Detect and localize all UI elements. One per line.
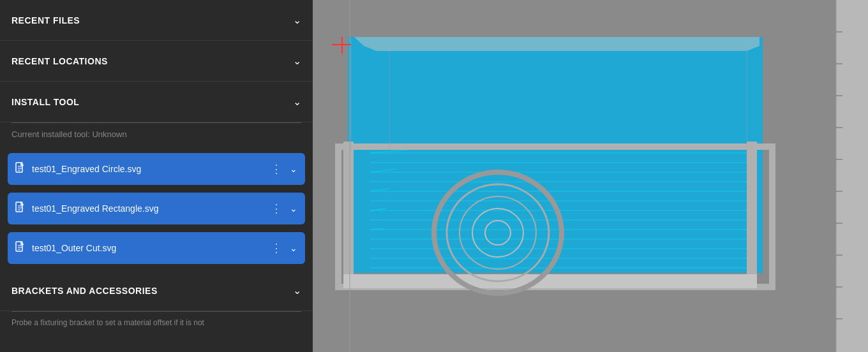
install-tool-header[interactable]: INSTALL TOOL ⌄ (0, 82, 313, 122)
file-icon-1 (15, 202, 26, 216)
file-name-2: test01_Outer Cut.svg (32, 243, 271, 253)
install-tool-label: INSTALL TOOL (11, 97, 79, 107)
svg-rect-4 (348, 37, 763, 273)
file-chevron-icon-0[interactable]: ⌄ (290, 164, 297, 174)
svg-rect-27 (343, 274, 757, 288)
file-item-0[interactable]: test01_Engraved Circle.svg ⋮ ⌄ (8, 153, 305, 185)
svg-rect-40 (836, 0, 868, 352)
recent-locations-header[interactable]: RECENT LOCATIONS ⌄ (0, 41, 313, 82)
file-icon-2 (15, 241, 26, 255)
file-menu-icon-0[interactable]: ⋮ (271, 163, 282, 175)
recent-locations-chevron-icon: ⌄ (293, 55, 301, 67)
brackets-section: BRACKETS AND ACCESSORIES ⌄ Probe a fixtu… (0, 270, 313, 335)
viewport-svg (313, 0, 868, 352)
installed-tool-text: Current installed tool: Unknown (0, 123, 313, 149)
file-actions-2: ⋮ ⌄ (271, 242, 297, 254)
brackets-description: Probe a fixturing bracket to set a mater… (0, 312, 313, 335)
file-chevron-icon-2[interactable]: ⌄ (290, 243, 297, 253)
file-actions-1: ⋮ ⌄ (271, 203, 297, 214)
svg-rect-25 (343, 142, 354, 282)
file-name-1: test01_Engraved Rectangle.svg (32, 203, 271, 214)
recent-files-label: RECENT FILES (11, 15, 80, 26)
file-item-2[interactable]: test01_Outer Cut.svg ⋮ ⌄ (8, 232, 305, 264)
sidebar: RECENT FILES ⌄ RECENT LOCATIONS ⌄ INSTAL… (0, 0, 313, 352)
recent-locations-label: RECENT LOCATIONS (11, 56, 108, 66)
file-item-1[interactable]: test01_Engraved Rectangle.svg ⋮ ⌄ (8, 193, 305, 224)
main-viewport[interactable] (313, 0, 868, 352)
recent-files-chevron-icon: ⌄ (293, 14, 301, 26)
file-menu-icon-2[interactable]: ⋮ (271, 242, 282, 254)
svg-marker-39 (354, 37, 760, 51)
brackets-header[interactable]: BRACKETS AND ACCESSORIES ⌄ (0, 270, 313, 311)
file-chevron-icon-1[interactable]: ⌄ (290, 203, 297, 214)
install-tool-chevron-icon: ⌄ (293, 96, 301, 108)
file-menu-icon-1[interactable]: ⋮ (271, 203, 282, 214)
file-name-0: test01_Engraved Circle.svg (32, 164, 271, 174)
recent-files-header[interactable]: RECENT FILES ⌄ (0, 0, 313, 41)
file-actions-0: ⋮ ⌄ (271, 163, 297, 175)
brackets-chevron-icon: ⌄ (293, 284, 301, 297)
svg-rect-26 (747, 142, 757, 282)
file-icon-0 (15, 162, 26, 176)
brackets-label: BRACKETS AND ACCESSORIES (11, 286, 158, 296)
